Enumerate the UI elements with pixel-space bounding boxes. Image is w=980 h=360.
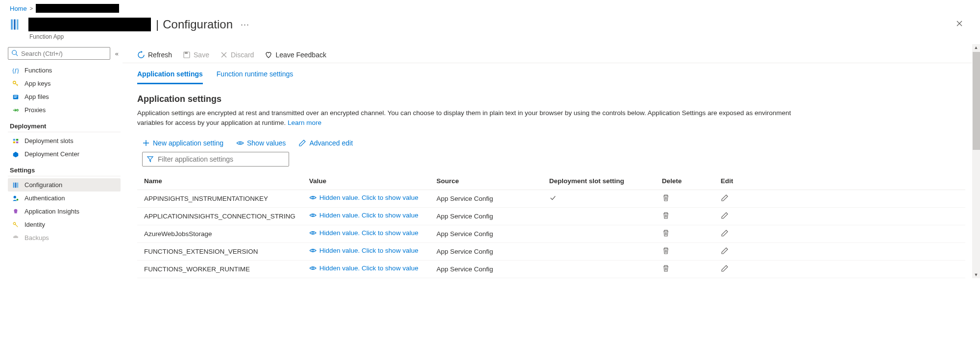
svg-point-20 (14, 195, 16, 198)
functions-icon: {ƒ} (12, 68, 20, 73)
sidebar-item-label: Deployment slots (24, 137, 74, 144)
section-description-text: Application settings are encrypted at re… (137, 109, 791, 126)
save-button: Save (183, 51, 209, 59)
edit-button[interactable] (721, 229, 729, 237)
sidebar-item-deployment-center[interactable]: Deployment Center (8, 147, 121, 161)
cell-source: App Service Config (430, 225, 542, 242)
svg-rect-19 (17, 182, 19, 188)
edit-button[interactable] (721, 264, 729, 272)
hidden-value-button[interactable]: Hidden value. Click to show value (309, 194, 418, 201)
refresh-icon (137, 51, 145, 59)
show-values-button[interactable]: Show values (236, 139, 286, 147)
sidebar-search[interactable] (8, 47, 110, 60)
cell-slot (542, 260, 655, 278)
col-name[interactable]: Name (137, 172, 302, 190)
new-setting-button[interactable]: New application setting (142, 139, 223, 147)
feedback-button[interactable]: Leave Feedback (265, 51, 326, 59)
cell-slot (542, 207, 655, 225)
scrollbar-thumb[interactable] (973, 52, 980, 150)
col-delete[interactable]: Delete (655, 172, 714, 190)
svg-rect-0 (11, 20, 13, 30)
col-edit[interactable]: Edit (714, 172, 965, 190)
tab-application-settings[interactable]: Application settings (137, 70, 203, 84)
sidebar-item-identity[interactable]: Identity (8, 218, 121, 231)
filter-box[interactable] (142, 152, 289, 167)
edit-button[interactable] (721, 247, 729, 255)
svg-point-21 (17, 198, 19, 200)
sidebar-section-settings: Settings (8, 161, 121, 176)
col-source[interactable]: Source (430, 172, 542, 190)
sidebar-item-functions[interactable]: {ƒ} Functions (8, 64, 121, 77)
breadcrumb-home[interactable]: Home (10, 5, 27, 12)
svg-point-3 (12, 50, 17, 54)
delete-button[interactable] (662, 194, 670, 202)
table-row: APPINSIGHTS_INSTRUMENTATIONKEYHidden val… (137, 190, 965, 207)
table-row: AzureWebJobsStorageHidden value. Click t… (137, 225, 965, 242)
col-value[interactable]: Value (302, 172, 430, 190)
svg-point-11 (17, 109, 19, 111)
scrollbar[interactable]: ▲ ▼ (972, 44, 980, 278)
sidebar-item-label: Proxies (24, 106, 46, 114)
sidebar-item-label: Backups (24, 234, 49, 241)
more-button[interactable]: ··· (238, 19, 252, 30)
hidden-value-button[interactable]: Hidden value. Click to show value (309, 212, 418, 219)
table-row: FUNCTIONS_WORKER_RUNTIMEHidden value. Cl… (137, 260, 965, 278)
sidebar-item-app-keys[interactable]: App keys (8, 77, 121, 90)
breadcrumb-resource-redacted (36, 4, 119, 13)
refresh-button[interactable]: Refresh (137, 51, 172, 59)
scroll-up-icon[interactable]: ▲ (974, 44, 979, 51)
svg-line-23 (15, 224, 18, 227)
eye-icon (236, 139, 244, 147)
sidebar-item-label: Functions (24, 67, 52, 74)
close-button[interactable] (953, 17, 966, 32)
delete-button[interactable] (662, 212, 670, 219)
svg-point-30 (312, 250, 314, 252)
scroll-down-icon[interactable]: ▼ (974, 271, 979, 278)
filter-input[interactable] (158, 155, 285, 163)
delete-button[interactable] (662, 229, 670, 237)
settings-toolbar: New application setting Show values Adva… (122, 128, 980, 151)
tab-bar: Application settings Function runtime se… (122, 63, 980, 84)
svg-rect-25 (185, 52, 188, 54)
svg-rect-9 (14, 96, 18, 96)
col-slot[interactable]: Deployment slot setting (542, 172, 655, 190)
sidebar-item-label: Deployment Center (24, 150, 79, 158)
collapse-sidebar-button[interactable]: « (113, 48, 121, 59)
learn-more-link[interactable]: Learn more (288, 119, 321, 126)
sidebar-item-label: Identity (24, 221, 45, 228)
edit-button[interactable] (721, 212, 729, 219)
table-row: FUNCTIONS_EXTENSION_VERSIONHidden value.… (137, 242, 965, 260)
svg-point-27 (312, 197, 314, 199)
sidebar-item-authentication[interactable]: Authentication (8, 192, 121, 205)
tab-function-runtime-settings[interactable]: Function runtime settings (217, 70, 293, 84)
pencil-icon (298, 139, 306, 147)
svg-line-7 (17, 84, 18, 85)
sidebar-item-configuration[interactable]: Configuration (8, 178, 121, 192)
feedback-label: Leave Feedback (275, 51, 326, 59)
delete-button[interactable] (662, 264, 670, 272)
sidebar-item-deployment-slots[interactable]: Deployment slots (8, 134, 121, 147)
svg-rect-15 (16, 141, 18, 143)
cell-source: App Service Config (430, 207, 542, 225)
resource-type-label: Function App (0, 33, 980, 44)
breadcrumb: Home > (0, 0, 980, 15)
title-separator: | (156, 18, 159, 31)
hidden-value-button[interactable]: Hidden value. Click to show value (309, 264, 418, 272)
sidebar-item-proxies[interactable]: Proxies (8, 103, 121, 117)
hidden-value-button[interactable]: Hidden value. Click to show value (309, 247, 418, 254)
edit-button[interactable] (721, 194, 729, 202)
svg-point-31 (312, 267, 314, 269)
hidden-value-button[interactable]: Hidden value. Click to show value (309, 229, 418, 237)
identity-icon (12, 221, 20, 228)
advanced-edit-button[interactable]: Advanced edit (298, 139, 353, 147)
delete-button[interactable] (662, 247, 670, 255)
sidebar-item-label: Application Insights (24, 208, 79, 215)
plus-icon (142, 139, 150, 147)
sidebar-item-application-insights[interactable]: Application Insights (8, 205, 121, 218)
sidebar-item-app-files[interactable]: App files (8, 90, 121, 103)
section-title: Application settings (122, 84, 980, 108)
svg-point-26 (239, 142, 241, 144)
sidebar-search-input[interactable] (21, 50, 107, 57)
svg-rect-17 (13, 182, 15, 188)
sidebar-item-backups[interactable]: Backups (8, 231, 121, 244)
